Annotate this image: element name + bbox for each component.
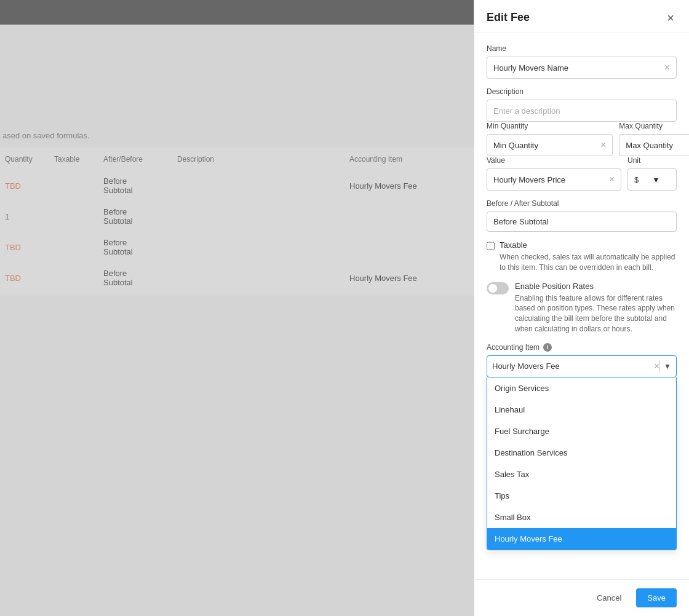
value-clear-icon[interactable]: × [605,175,615,184]
chevron-down-icon: ▼ [652,175,670,184]
unit-value: $ [634,175,652,184]
accounting-item-clear-icon[interactable]: × [650,361,659,371]
dropdown-item-linehaul[interactable]: Linehaul [487,399,676,421]
enable-position-desc: Enabling this feature allows for differe… [515,293,677,334]
panel-footer: Cancel Save [474,579,689,616]
max-quantity-input[interactable] [626,141,689,150]
toggle-slider [487,282,509,294]
name-clear-icon[interactable]: × [661,63,670,73]
name-input[interactable] [493,63,661,73]
edit-fee-panel: Edit Fee × Name × Description Min Quanti… [474,0,689,616]
accounting-item-dropdown: Origin Services Linehaul Fuel Surcharge … [487,377,677,550]
min-quantity-input-wrapper: × [487,134,613,156]
dropdown-item-tips[interactable]: Tips [487,485,676,507]
accounting-item-label: Accounting Item [487,343,540,352]
panel-body: Name × Description Min Quantity × Max Qu… [474,33,689,579]
description-label: Description [487,87,677,96]
enable-position-title: Enable Position Rates [515,282,677,291]
dropdown-item-origin-services[interactable]: Origin Services [487,377,676,399]
taxable-label: Taxable [500,240,677,250]
unit-select[interactable]: $ ▼ [627,168,677,191]
accounting-item-input-wrapper: × ▼ [487,355,677,377]
enable-position-toggle[interactable] [487,282,509,294]
value-input-wrapper: × [487,168,621,191]
dropdown-item-small-box[interactable]: Small Box [487,507,676,528]
panel-header: Edit Fee × [474,0,689,33]
min-quantity-label: Min Quantity [487,122,613,130]
panel-title: Edit Fee [487,11,530,24]
name-input-wrapper: × [487,57,677,79]
taxable-description: When checked, sales tax will automatical… [500,252,677,273]
unit-label: Unit [627,156,677,165]
dropdown-item-destination-services[interactable]: Destination Services [487,442,676,464]
cancel-button[interactable]: Cancel [588,588,630,607]
max-quantity-input-wrapper: × [619,134,689,156]
dropdown-item-fuel-surcharge[interactable]: Fuel Surcharge [487,421,676,442]
dropdown-item-hourly-movers-fee[interactable]: Hourly Movers Fee [487,528,676,550]
before-after-label: Before / After Subtotal [487,199,677,208]
value-input[interactable] [493,175,605,184]
accounting-item-label-row: Accounting Item i [487,343,677,352]
taxable-row: Taxable When checked, sales tax will aut… [487,240,677,273]
enable-position-label-group: Enable Position Rates Enabling this feat… [515,282,677,334]
value-label: Value [487,156,621,165]
max-quantity-label: Max Quantity [619,122,689,130]
info-icon[interactable]: i [543,343,552,352]
taxable-checkbox[interactable] [487,242,495,250]
overlay [0,0,474,616]
min-quantity-clear-icon[interactable]: × [597,140,606,150]
accounting-item-chevron-icon[interactable]: ▼ [660,362,671,371]
name-label: Name [487,44,677,53]
enable-position-row: Enable Position Rates Enabling this feat… [487,282,677,334]
before-after-select[interactable]: Before Subtotal [487,211,677,232]
description-input-wrapper [487,100,677,122]
description-input[interactable] [493,106,670,116]
close-button[interactable]: × [664,12,677,24]
accounting-item-input[interactable] [492,361,650,371]
dropdown-item-sales-tax[interactable]: Sales Tax [487,464,676,485]
min-quantity-input[interactable] [493,141,597,150]
save-button[interactable]: Save [636,588,677,607]
